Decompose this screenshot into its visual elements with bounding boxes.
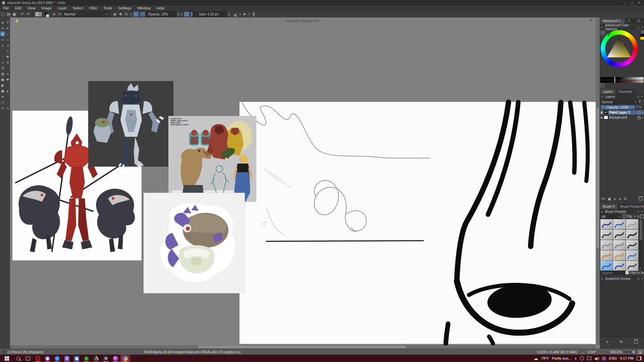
layer-visibility-icon[interactable]: ◉ [600, 116, 603, 119]
undo-icon[interactable]: ↶ [19, 12, 25, 17]
brush-preset-chooser-icon[interactable]: ✏ [57, 12, 63, 17]
layer-row-background[interactable]: ◉ Background α [600, 115, 643, 120]
move-layer-up-button[interactable]: ∧ [619, 197, 621, 201]
chevron-down-icon[interactable]: ▾ [130, 13, 131, 16]
chevron-down-icon[interactable]: ▾ [249, 13, 250, 16]
chevron-down-icon[interactable]: ▾ [634, 215, 635, 218]
zoom-value[interactable]: 100.0% [610, 350, 622, 354]
brush-filter-select[interactable]: All▾ [600, 214, 623, 219]
zoom-to-100-icon[interactable]: ▣ [638, 350, 642, 354]
taskbar-app-n[interactable]: N [101, 355, 111, 362]
menu-item[interactable]: Select [70, 6, 86, 10]
tool-brush-pencil-blue[interactable] [626, 250, 638, 260]
layer-opacity-spinner[interactable]: ▲▼ [636, 105, 638, 108]
selector-settings-icon[interactable]: ☰ [601, 31, 605, 35]
size-slider[interactable]: Size: 4.23 px [190, 11, 227, 17]
eraser-mode-icon[interactable]: ◈ [112, 12, 118, 17]
layer-properties-button[interactable]: ≡ [624, 196, 626, 201]
tool-enclose-fill[interactable]: ▣ [0, 88, 5, 93]
taskbar-app-opera[interactable] [33, 355, 43, 362]
network-icon[interactable] [587, 357, 591, 360]
obs-tray-icon[interactable] [580, 356, 584, 360]
tool-ellipse-select[interactable]: ◌ [5, 100, 10, 105]
taskbar-app-purple[interactable]: ◉ [43, 355, 52, 362]
brush-editor-icon[interactable]: ≋ [51, 12, 57, 17]
menu-item[interactable]: File [0, 6, 12, 10]
layer-blending-mode-select[interactable]: Normal▾ [600, 100, 639, 104]
close-panel-icon[interactable]: ✕ [641, 95, 643, 98]
delete-layer-button[interactable] [639, 197, 643, 200]
duplicate-layer-button[interactable]: ▣ [608, 197, 611, 201]
scroll-left-icon[interactable]: ◄ [11, 345, 13, 349]
float-panel-icon[interactable]: ◱ [637, 210, 640, 213]
tool-brush-ink-2[interactable] [613, 230, 626, 240]
value-slider-1[interactable] [600, 77, 643, 80]
new-document-icon[interactable]: ▢ [0, 12, 6, 17]
taskbar-app-xbox[interactable]: x [82, 355, 91, 362]
task-view-button[interactable] [23, 355, 33, 362]
open-document-icon[interactable]: ▤ [6, 12, 11, 17]
volume-icon[interactable]: ◀)) [594, 357, 599, 360]
notification-center-icon[interactable] [637, 356, 641, 360]
tool-calligraphy[interactable]: ✒ [5, 26, 10, 31]
menu-item[interactable]: Edit [12, 6, 24, 10]
taskbar-app-drive[interactable] [91, 355, 101, 362]
tool-brush-ink-1[interactable] [600, 230, 613, 240]
tab-t[interactable]: T... [626, 18, 634, 24]
size-link-swatch[interactable] [184, 12, 189, 17]
horizontal-scroll-thumb[interactable] [198, 346, 406, 348]
size-spinner[interactable]: ▲▼ [228, 13, 230, 16]
tab-o[interactable]: O... [635, 18, 644, 24]
menu-item[interactable]: Layer [55, 6, 70, 10]
tool-brush-pencil-2b[interactable] [600, 261, 613, 271]
color-profile-tray-icon[interactable] [602, 357, 606, 360]
tool-bezier-curve[interactable]: ⌒ [0, 49, 5, 53]
float-panel-icon[interactable]: ◱ [637, 26, 640, 29]
tool-spacer-b[interactable] [5, 83, 10, 87]
weather-temp[interactable]: 79°F [541, 356, 549, 360]
start-button[interactable] [0, 355, 13, 362]
layer-options-icon[interactable]: ≡ [639, 105, 641, 109]
tool-rectangle[interactable]: ▭ [0, 37, 5, 42]
hsv-triangle[interactable] [605, 35, 633, 63]
tool-freehand-path[interactable]: ∿ [5, 49, 10, 53]
pattern-chooser-icon[interactable] [38, 12, 42, 16]
tool-edit-shapes[interactable]: ✎ [0, 26, 5, 31]
fg-bg-color-icon[interactable] [44, 12, 49, 17]
tool-brush-pencil-dark[interactable] [626, 261, 638, 271]
list-view-icon[interactable]: ≡ [637, 215, 639, 218]
close-panel-icon[interactable]: ✕ [641, 210, 643, 213]
scroll-down-icon[interactable]: ▾ [640, 267, 641, 269]
minimize-button[interactable]: – [624, 1, 626, 5]
chevron-down-icon[interactable]: ▾ [239, 13, 241, 16]
tool-freehand-brush[interactable]: ✐ [0, 32, 5, 36]
menu-item[interactable]: Tools [101, 6, 115, 10]
tool-line[interactable]: ∕ [5, 32, 10, 36]
trim-icon[interactable]: ╂ [251, 12, 257, 17]
menu-item[interactable]: Image [38, 6, 55, 10]
tool-brush-pencil-orange-1[interactable] [600, 250, 613, 260]
tool-brush-marker-2[interactable] [613, 240, 626, 250]
tool-pattern[interactable]: ▦ [0, 77, 5, 82]
tool-move[interactable]: ✛ [5, 60, 10, 65]
vertical-scroll-thumb[interactable] [596, 108, 599, 249]
tab-channels[interactable]: Channels [616, 89, 635, 95]
snapshot-list[interactable] [600, 281, 643, 338]
taskbar-app-check[interactable]: ✓ [52, 355, 62, 362]
language-indicator[interactable]: ENG [609, 356, 617, 360]
tool-rect-select[interactable]: ▢ [0, 100, 5, 105]
opacity-spinner[interactable]: ▲▼ [177, 13, 179, 16]
tool-brush-ink-3[interactable] [626, 230, 638, 240]
blending-mode-select[interactable]: Normal▾ [63, 11, 110, 17]
reference-image-sticker[interactable] [144, 193, 245, 293]
gradient-chooser-icon[interactable] [33, 12, 38, 16]
preserve-alpha-icon[interactable]: ❖ [118, 12, 123, 17]
reload-brush-icon[interactable]: ↻ [123, 12, 129, 17]
tool-brush-eraser[interactable] [600, 219, 613, 229]
taskbar-app-photos[interactable]: ▣ [72, 355, 82, 362]
menu-item[interactable]: Settings [115, 6, 135, 10]
opacity-link-swatch[interactable] [133, 12, 139, 17]
add-layer-dropdown-icon[interactable]: ▾ [604, 197, 605, 200]
tag-label[interactable]: Tag [627, 215, 632, 218]
add-layer-button[interactable]: + [601, 196, 603, 201]
